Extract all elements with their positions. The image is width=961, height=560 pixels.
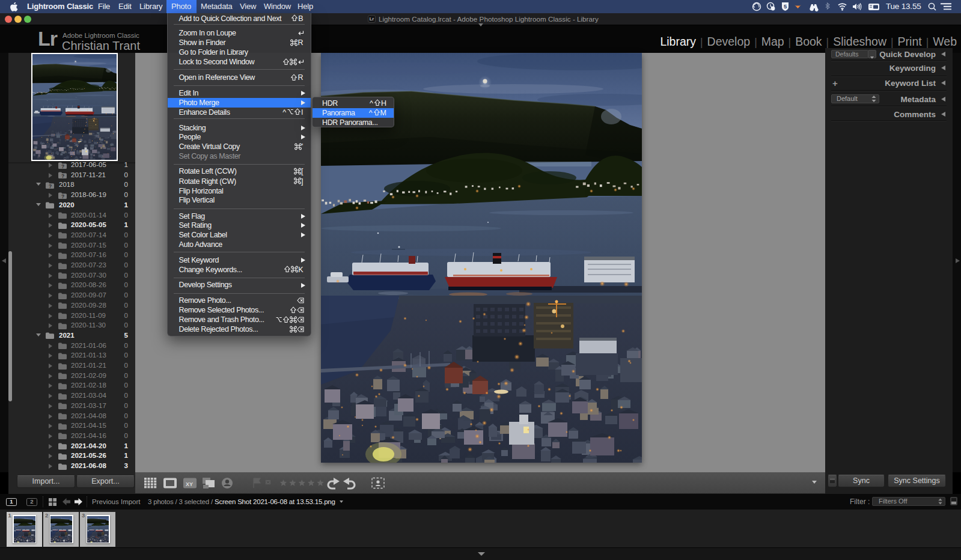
svg-text:?: ? (61, 193, 64, 198)
svg-text:?: ? (61, 163, 64, 168)
svg-text:?: ? (49, 183, 52, 189)
svg-text:XY: XY (186, 481, 193, 487)
svg-text:?: ? (61, 173, 64, 178)
